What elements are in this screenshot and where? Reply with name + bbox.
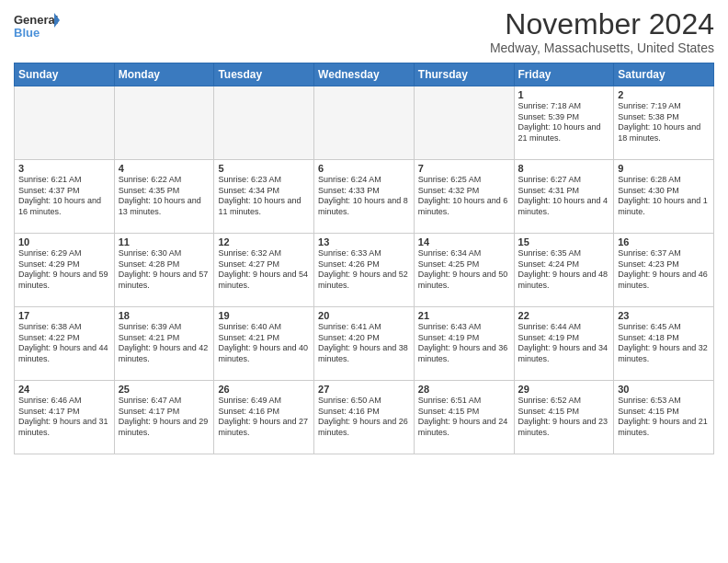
svg-text:General: General xyxy=(14,13,58,27)
day-number: 7 xyxy=(418,163,510,174)
day-info: Sunrise: 6:29 AMSunset: 4:29 PMDaylight:… xyxy=(18,248,110,292)
day-number: 4 xyxy=(119,163,210,174)
header: General Blue November 2024 Medway, Massa… xyxy=(14,9,714,55)
day-info: Sunrise: 6:28 AMSunset: 4:30 PMDaylight:… xyxy=(618,175,710,218)
col-monday: Monday xyxy=(114,63,214,86)
calendar-cell-2-0: 10 Sunrise: 6:29 AMSunset: 4:29 PMDaylig… xyxy=(15,234,115,307)
day-info: Sunrise: 6:49 AMSunset: 4:16 PMDaylight:… xyxy=(218,396,310,439)
day-info: Sunrise: 6:41 AMSunset: 4:20 PMDaylight:… xyxy=(318,322,410,365)
day-number: 24 xyxy=(18,384,110,395)
calendar: Sunday Monday Tuesday Wednesday Thursday… xyxy=(14,63,714,454)
day-info: Sunrise: 7:18 AMSunset: 5:39 PMDaylight:… xyxy=(518,101,610,144)
day-info: Sunrise: 6:40 AMSunset: 4:21 PMDaylight:… xyxy=(218,322,310,365)
calendar-cell-1-6: 9 Sunrise: 6:28 AMSunset: 4:30 PMDayligh… xyxy=(614,160,714,234)
calendar-cell-0-1 xyxy=(114,86,214,160)
day-info: Sunrise: 6:32 AMSunset: 4:27 PMDaylight:… xyxy=(218,248,310,292)
calendar-cell-0-6: 2 Sunrise: 7:19 AMSunset: 5:38 PMDayligh… xyxy=(614,86,714,160)
day-number: 30 xyxy=(618,384,710,395)
day-info: Sunrise: 6:37 AMSunset: 4:23 PMDaylight:… xyxy=(618,248,710,292)
day-number: 22 xyxy=(518,310,610,321)
day-info: Sunrise: 6:44 AMSunset: 4:19 PMDaylight:… xyxy=(518,322,610,365)
day-info: Sunrise: 6:50 AMSunset: 4:16 PMDaylight:… xyxy=(318,396,410,439)
day-info: Sunrise: 6:22 AMSunset: 4:35 PMDaylight:… xyxy=(119,175,210,218)
calendar-cell-4-6: 30 Sunrise: 6:53 AMSunset: 4:15 PMDaylig… xyxy=(614,381,714,454)
day-info: Sunrise: 6:38 AMSunset: 4:22 PMDaylight:… xyxy=(18,322,110,365)
day-info: Sunrise: 6:21 AMSunset: 4:37 PMDaylight:… xyxy=(18,175,110,218)
day-number: 25 xyxy=(119,384,210,395)
day-info: Sunrise: 6:39 AMSunset: 4:21 PMDaylight:… xyxy=(119,322,210,365)
day-number: 29 xyxy=(518,384,610,395)
day-info: Sunrise: 6:27 AMSunset: 4:31 PMDaylight:… xyxy=(518,175,610,218)
col-tuesday: Tuesday xyxy=(214,63,314,86)
calendar-cell-1-5: 8 Sunrise: 6:27 AMSunset: 4:31 PMDayligh… xyxy=(514,160,614,234)
day-info: Sunrise: 6:25 AMSunset: 4:32 PMDaylight:… xyxy=(418,175,510,218)
calendar-cell-1-4: 7 Sunrise: 6:25 AMSunset: 4:32 PMDayligh… xyxy=(414,160,514,234)
calendar-cell-2-2: 12 Sunrise: 6:32 AMSunset: 4:27 PMDaylig… xyxy=(214,234,314,307)
calendar-cell-3-4: 21 Sunrise: 6:43 AMSunset: 4:19 PMDaylig… xyxy=(414,307,514,381)
day-number: 2 xyxy=(618,89,710,100)
day-number: 9 xyxy=(618,163,710,174)
col-wednesday: Wednesday xyxy=(314,63,415,86)
day-info: Sunrise: 6:30 AMSunset: 4:28 PMDaylight:… xyxy=(119,248,210,292)
calendar-cell-3-6: 23 Sunrise: 6:45 AMSunset: 4:18 PMDaylig… xyxy=(614,307,714,381)
day-number: 27 xyxy=(318,384,410,395)
calendar-cell-2-1: 11 Sunrise: 6:30 AMSunset: 4:28 PMDaylig… xyxy=(114,234,214,307)
calendar-cell-0-3 xyxy=(314,86,415,160)
calendar-cell-0-2 xyxy=(214,86,314,160)
day-number: 11 xyxy=(119,236,210,247)
calendar-cell-4-1: 25 Sunrise: 6:47 AMSunset: 4:17 PMDaylig… xyxy=(114,381,214,454)
day-number: 26 xyxy=(218,384,310,395)
col-friday: Friday xyxy=(514,63,614,86)
calendar-cell-3-2: 19 Sunrise: 6:40 AMSunset: 4:21 PMDaylig… xyxy=(214,307,314,381)
day-info: Sunrise: 6:46 AMSunset: 4:17 PMDaylight:… xyxy=(18,396,110,439)
day-number: 15 xyxy=(518,236,610,247)
day-number: 14 xyxy=(418,236,510,247)
day-info: Sunrise: 6:43 AMSunset: 4:19 PMDaylight:… xyxy=(418,322,510,365)
day-number: 1 xyxy=(518,89,610,100)
col-thursday: Thursday xyxy=(414,63,514,86)
calendar-cell-1-1: 4 Sunrise: 6:22 AMSunset: 4:35 PMDayligh… xyxy=(114,160,214,234)
calendar-cell-3-5: 22 Sunrise: 6:44 AMSunset: 4:19 PMDaylig… xyxy=(514,307,614,381)
day-info: Sunrise: 6:51 AMSunset: 4:15 PMDaylight:… xyxy=(418,396,510,439)
calendar-cell-4-5: 29 Sunrise: 6:52 AMSunset: 4:15 PMDaylig… xyxy=(514,381,614,454)
calendar-cell-3-3: 20 Sunrise: 6:41 AMSunset: 4:20 PMDaylig… xyxy=(314,307,415,381)
calendar-cell-2-6: 16 Sunrise: 6:37 AMSunset: 4:23 PMDaylig… xyxy=(614,234,714,307)
day-info: Sunrise: 6:34 AMSunset: 4:25 PMDaylight:… xyxy=(418,248,510,292)
calendar-cell-3-0: 17 Sunrise: 6:38 AMSunset: 4:22 PMDaylig… xyxy=(15,307,115,381)
day-number: 17 xyxy=(18,310,110,321)
day-number: 23 xyxy=(618,310,710,321)
calendar-cell-1-0: 3 Sunrise: 6:21 AMSunset: 4:37 PMDayligh… xyxy=(15,160,115,234)
calendar-cell-4-2: 26 Sunrise: 6:49 AMSunset: 4:16 PMDaylig… xyxy=(214,381,314,454)
calendar-cell-1-2: 5 Sunrise: 6:23 AMSunset: 4:34 PMDayligh… xyxy=(214,160,314,234)
calendar-cell-0-4 xyxy=(414,86,514,160)
location: Medway, Massachusetts, United States xyxy=(490,40,714,55)
calendar-cell-1-3: 6 Sunrise: 6:24 AMSunset: 4:33 PMDayligh… xyxy=(314,160,415,234)
day-info: Sunrise: 6:45 AMSunset: 4:18 PMDaylight:… xyxy=(618,322,710,365)
calendar-cell-4-3: 27 Sunrise: 6:50 AMSunset: 4:16 PMDaylig… xyxy=(314,381,415,454)
week-row-3: 10 Sunrise: 6:29 AMSunset: 4:29 PMDaylig… xyxy=(15,234,714,307)
calendar-cell-0-5: 1 Sunrise: 7:18 AMSunset: 5:39 PMDayligh… xyxy=(514,86,614,160)
day-number: 6 xyxy=(318,163,410,174)
week-row-2: 3 Sunrise: 6:21 AMSunset: 4:37 PMDayligh… xyxy=(15,160,714,234)
page: General Blue November 2024 Medway, Massa… xyxy=(0,0,728,563)
day-number: 21 xyxy=(418,310,510,321)
day-info: Sunrise: 6:35 AMSunset: 4:24 PMDaylight:… xyxy=(518,248,610,292)
calendar-cell-4-0: 24 Sunrise: 6:46 AMSunset: 4:17 PMDaylig… xyxy=(15,381,115,454)
day-info: Sunrise: 6:24 AMSunset: 4:33 PMDaylight:… xyxy=(318,175,410,218)
day-number: 13 xyxy=(318,236,410,247)
week-row-4: 17 Sunrise: 6:38 AMSunset: 4:22 PMDaylig… xyxy=(15,307,714,381)
day-number: 20 xyxy=(318,310,410,321)
calendar-cell-2-5: 15 Sunrise: 6:35 AMSunset: 4:24 PMDaylig… xyxy=(514,234,614,307)
day-number: 3 xyxy=(18,163,110,174)
week-row-1: 1 Sunrise: 7:18 AMSunset: 5:39 PMDayligh… xyxy=(15,86,714,160)
calendar-cell-2-3: 13 Sunrise: 6:33 AMSunset: 4:26 PMDaylig… xyxy=(314,234,415,307)
calendar-cell-4-4: 28 Sunrise: 6:51 AMSunset: 4:15 PMDaylig… xyxy=(414,381,514,454)
day-info: Sunrise: 6:53 AMSunset: 4:15 PMDaylight:… xyxy=(618,396,710,439)
calendar-cell-3-1: 18 Sunrise: 6:39 AMSunset: 4:21 PMDaylig… xyxy=(114,307,214,381)
day-number: 12 xyxy=(218,236,310,247)
logo: General Blue xyxy=(14,9,60,44)
logo-svg: General Blue xyxy=(14,9,60,44)
calendar-cell-0-0 xyxy=(15,86,115,160)
day-info: Sunrise: 6:47 AMSunset: 4:17 PMDaylight:… xyxy=(119,396,210,439)
col-saturday: Saturday xyxy=(614,63,714,86)
